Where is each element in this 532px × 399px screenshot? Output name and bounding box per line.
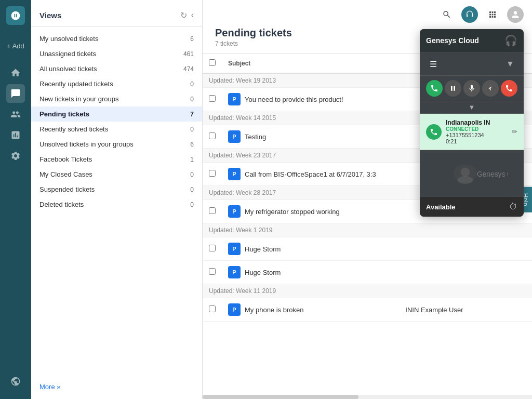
ticket-subject: Huge Storm — [245, 269, 281, 276]
nav-tickets-icon[interactable] — [6, 84, 25, 103]
sidebar-item-count-2: 474 — [183, 65, 194, 73]
week-label-5: Updated: Week 11 2019 — [203, 284, 532, 298]
ticket-company — [518, 237, 532, 261]
ticket-subject-cell: P Huge Storm — [228, 243, 393, 255]
ticket-subject-cell: P My refrigerator stopped working — [228, 205, 393, 218]
ticket-subject-cell: P Huge Storm — [228, 266, 393, 278]
genesys-call-controls — [420, 76, 524, 101]
table-row[interactable]: P Huge Storm — [203, 237, 532, 261]
left-nav: + Add — [0, 0, 31, 399]
genesys-toolbar: ☰ ▼ — [420, 52, 524, 76]
answer-call-btn[interactable] — [426, 80, 443, 97]
apps-icon[interactable] — [484, 6, 501, 23]
select-all-checkbox[interactable] — [209, 59, 216, 66]
nav-home-icon[interactable] — [6, 63, 25, 82]
week-label-4: Updated: Week 1 2019 — [203, 223, 532, 237]
table-row[interactable]: P Huge Storm — [203, 261, 532, 284]
table-row[interactable]: P My phone is broken ININ Example User — [203, 298, 532, 322]
sidebar-item-count-10: 0 — [190, 186, 194, 193]
nav-users-icon[interactable] — [6, 105, 25, 124]
svg-point-1 — [461, 168, 470, 177]
ticket-company — [518, 261, 532, 284]
genesys-trigger-icon[interactable] — [461, 6, 478, 23]
ticket-badge: P — [228, 266, 241, 278]
ticket-updated — [477, 261, 491, 284]
ticket-checkbox-4-1[interactable] — [209, 268, 216, 275]
sidebar-item-label-2: All unsolved tickets — [39, 65, 97, 73]
ticket-group — [504, 237, 518, 261]
sidebar-header-actions: ↻ ‹ — [180, 10, 194, 20]
transfer-call-btn[interactable] — [482, 80, 499, 97]
hamburger-icon[interactable]: ☰ — [426, 57, 441, 71]
end-call-btn[interactable] — [501, 80, 517, 97]
ticket-subject: Testing — [245, 133, 266, 141]
sidebar-item-7[interactable]: Unsolved tickets in your groups 6 — [31, 137, 202, 152]
sidebar-item-6[interactable]: Recently solved tickets 0 — [31, 122, 202, 137]
caller-phone: +13175551234 — [446, 132, 508, 138]
sidebar-item-3[interactable]: Recently updated tickets 0 — [31, 76, 202, 91]
sidebar-item-2[interactable]: All unsolved tickets 474 — [31, 61, 202, 76]
sidebar-item-10[interactable]: Suspended tickets 0 — [31, 182, 202, 197]
sidebar-item-count-6: 0 — [190, 126, 194, 133]
sidebar-item-0[interactable]: My unsolved tickets 6 — [31, 31, 202, 46]
sidebar-item-4[interactable]: New tickets in your groups 0 — [31, 91, 202, 107]
sidebar-title: Views — [39, 11, 61, 20]
refresh-icon[interactable]: ↻ — [180, 10, 187, 20]
collapse-icon[interactable]: ‹ — [191, 10, 194, 20]
nav-analytics-icon[interactable] — [6, 126, 25, 144]
sidebar-item-label-5: Pending tickets — [39, 110, 89, 118]
sidebar-item-8[interactable]: Facebook Tickets 1 — [31, 152, 202, 167]
ticket-assignee — [490, 298, 504, 322]
chevron-down-icon[interactable]: ▼ — [503, 57, 517, 71]
ticket-subject: Huge Storm — [245, 245, 281, 253]
genesys-clock-icon[interactable]: ⏱ — [509, 202, 517, 211]
ticket-checkbox-0-0[interactable] — [209, 95, 216, 102]
sidebar-item-count-3: 0 — [190, 81, 194, 88]
ticket-subject: You need to provide this product! — [245, 96, 343, 103]
nav-add-btn[interactable]: + Add — [3, 36, 29, 55]
caller-edit-icon[interactable]: ✏ — [512, 128, 517, 136]
search-icon[interactable] — [438, 6, 455, 23]
sidebar-item-11[interactable]: Deleted tickets 0 — [31, 197, 202, 212]
ticket-subject: My phone is broken — [245, 306, 303, 314]
genesys-popup: Genesys Cloud 🎧 ☰ ▼ ▼ — [420, 29, 524, 217]
ticket-company — [518, 298, 532, 322]
sidebar-item-label-9: My Closed Cases — [39, 170, 92, 178]
sidebar-more-link[interactable]: More » — [31, 378, 202, 399]
nav-settings-icon[interactable] — [6, 147, 25, 165]
ticket-checkbox-1-0[interactable] — [209, 132, 216, 139]
sidebar-item-9[interactable]: My Closed Cases 0 — [31, 167, 202, 182]
app-logo[interactable] — [6, 6, 25, 25]
ticket-checkbox-4-0[interactable] — [209, 245, 216, 251]
sidebar-item-label-0: My unsolved tickets — [39, 35, 98, 43]
main-content: Pending tickets 7 tickets Subject Update… — [203, 0, 532, 399]
horizontal-scrollbar[interactable] — [203, 395, 532, 399]
sidebar-item-label-7: Unsolved tickets in your groups — [39, 140, 134, 148]
ticket-group — [504, 261, 518, 284]
genesys-logo-area: Genesys Cloud — [420, 150, 524, 197]
sidebar-header: Views ↻ ‹ — [31, 0, 202, 27]
mute-call-btn[interactable] — [463, 80, 480, 97]
pause-call-btn[interactable] — [445, 80, 461, 97]
nav-integrations-icon[interactable] — [6, 372, 25, 391]
ticket-group — [504, 298, 518, 322]
svg-point-2 — [458, 176, 473, 184]
sidebar-item-label-4: New tickets in your groups — [39, 95, 118, 103]
ticket-assignee — [490, 261, 504, 284]
genesys-caller-info: Indianapolis IN CONNECTED +13175551234 0… — [420, 114, 524, 150]
svg-text:Genesys Cloud: Genesys Cloud — [477, 170, 508, 178]
sidebar-item-5[interactable]: Pending tickets 7 — [31, 107, 202, 122]
genesys-expand-btn[interactable]: ▼ — [420, 101, 524, 114]
sidebar-item-count-7: 6 — [190, 141, 194, 148]
genesys-available-btn[interactable]: Available — [426, 203, 456, 211]
ticket-checkbox-5-0[interactable] — [209, 305, 216, 312]
ticket-requester: ININ Example User — [399, 298, 477, 322]
ticket-checkbox-2-0[interactable] — [209, 170, 216, 177]
ticket-subject-cell: P Testing — [228, 130, 393, 143]
ticket-badge: P — [228, 93, 241, 105]
ticket-checkbox-3-0[interactable] — [209, 207, 216, 214]
sidebar-item-1[interactable]: Unassigned tickets 461 — [31, 46, 202, 61]
scrollbar-thumb[interactable] — [203, 395, 358, 399]
sidebar-item-count-11: 0 — [190, 201, 194, 208]
user-avatar[interactable] — [507, 6, 524, 23]
